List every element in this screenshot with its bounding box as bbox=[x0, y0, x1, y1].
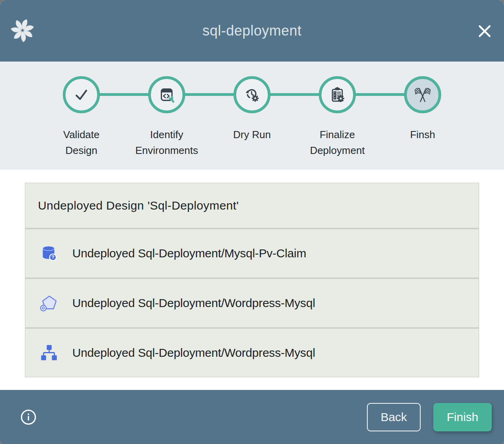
back-button[interactable]: Back bbox=[367, 403, 421, 431]
step-label: Dry Run bbox=[220, 127, 284, 142]
list-header-row: Undeployed Design 'Sql-Deployment' bbox=[25, 183, 479, 228]
deployment-stepper: Validate Design Identi bbox=[0, 62, 504, 170]
status-list: Undeployed Design 'Sql-Deployment' ? Und… bbox=[25, 183, 479, 377]
clock-refresh-gear-icon bbox=[243, 86, 261, 104]
step-finalize-deployment: Finalize Deployment bbox=[295, 76, 380, 158]
nirmata-spiral-logo-icon bbox=[9, 17, 36, 43]
list-item: Undeployed Sql-Deployment/Wordpress-Mysq… bbox=[25, 279, 479, 327]
step-identify-environments: Identify Environments bbox=[124, 76, 209, 158]
step-dry-run: Dry Run bbox=[209, 76, 295, 158]
dialog-header: sql-deployment bbox=[0, 0, 504, 62]
list-header-text: Undeployed Design 'Sql-Deployment' bbox=[38, 199, 239, 212]
step-finish: Finsh bbox=[380, 76, 465, 158]
tree-hierarchy-icon bbox=[40, 344, 58, 362]
step-circle bbox=[319, 76, 356, 113]
dialog-footer: Back Finish bbox=[0, 390, 504, 444]
step-label: Validate Design bbox=[50, 127, 113, 158]
footer-actions: Back Finish bbox=[367, 403, 492, 431]
finish-button[interactable]: Finish bbox=[433, 403, 492, 431]
step-circle bbox=[404, 76, 441, 113]
step-circle bbox=[233, 76, 271, 113]
checkered-flags-icon bbox=[414, 86, 432, 104]
list-item-text: Undeployed Sql-Deployment/Wordpress-Mysq… bbox=[72, 296, 315, 310]
close-icon bbox=[477, 24, 492, 39]
step-circle bbox=[63, 76, 100, 113]
info-button[interactable] bbox=[20, 408, 37, 426]
close-button[interactable] bbox=[476, 22, 494, 40]
step-label: Identify Environments bbox=[135, 127, 198, 158]
deployment-status-panel: Undeployed Design 'Sql-Deployment' ? Und… bbox=[0, 170, 504, 390]
checkmark-icon bbox=[72, 86, 90, 104]
dialog-title: sql-deployment bbox=[202, 22, 301, 39]
list-item-text: Undeployed Sql-Deployment/Wordpress-Mysq… bbox=[72, 346, 315, 360]
sql-deployment-dialog: sql-deployment Validate Design bbox=[0, 0, 504, 444]
pentagon-tag-icon bbox=[40, 294, 58, 312]
database-question-icon: ? bbox=[40, 244, 58, 262]
step-validate-design: Validate Design bbox=[39, 76, 124, 158]
step-label: Finsh bbox=[391, 127, 454, 142]
list-item: Undeployed Sql-Deployment/Wordpress-Mysq… bbox=[25, 329, 479, 377]
clipboard-checklist-gear-icon bbox=[328, 86, 346, 104]
list-item-text: Undeployed Sql-Deployment/Mysql-Pv-Claim bbox=[72, 247, 306, 260]
code-window-wrench-icon bbox=[158, 86, 176, 104]
info-icon bbox=[20, 408, 37, 426]
step-circle bbox=[148, 76, 185, 113]
svg-text:?: ? bbox=[51, 255, 54, 260]
list-item: ? Undeployed Sql-Deployment/Mysql-Pv-Cla… bbox=[25, 229, 479, 277]
step-label: Finalize Deployment bbox=[306, 127, 369, 158]
